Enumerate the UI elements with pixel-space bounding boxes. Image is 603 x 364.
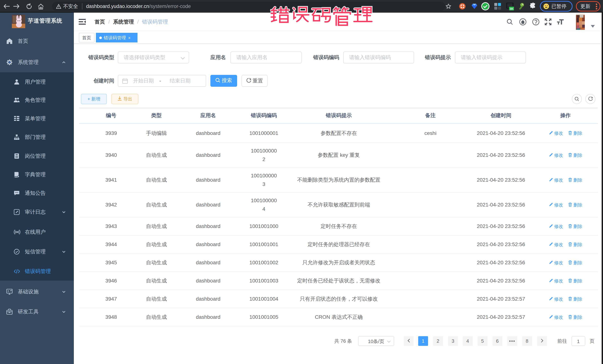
svg-text:on: on xyxy=(510,7,513,10)
